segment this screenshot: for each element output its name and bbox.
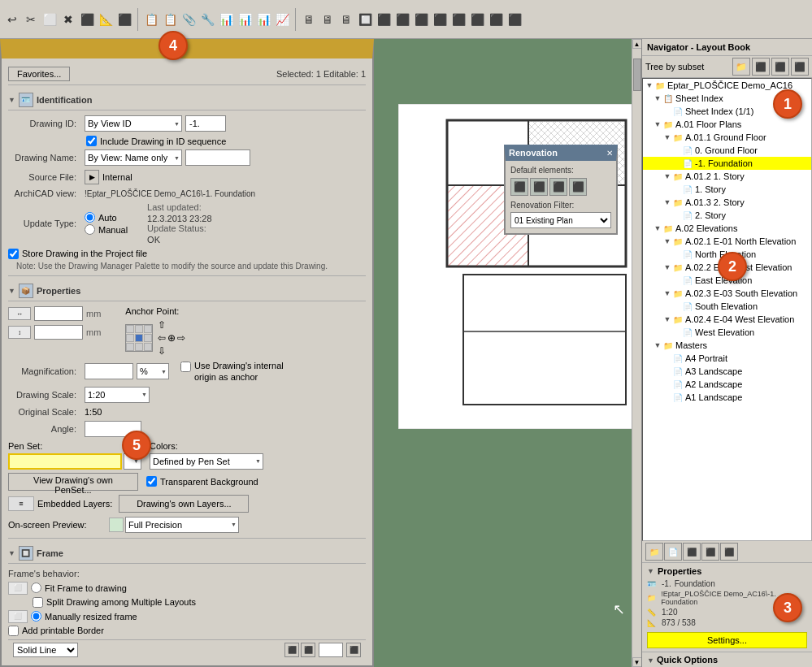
- tree-item-11[interactable]: ▼ 📁 A.02 Elevations: [643, 222, 811, 235]
- toolbar-icon-7[interactable]: ⬛: [115, 11, 133, 28]
- tree-item-5[interactable]: 📄 0. Ground Floor: [643, 144, 811, 157]
- manually-resized-radio[interactable]: [31, 611, 41, 622]
- favorites-button[interactable]: Favorites...: [8, 67, 70, 81]
- tree-item-7[interactable]: ▼ 📁 A.01.2 1. Story: [643, 170, 811, 183]
- tree-item-20[interactable]: ▼ 📁 Masters: [643, 339, 811, 352]
- source-file-button[interactable]: ▶: [85, 170, 99, 184]
- split-drawing-checkbox[interactable]: [33, 597, 43, 608]
- toolbar-icon-8[interactable]: 📋: [142, 11, 160, 28]
- toolbar-icon-3[interactable]: ⬜: [41, 11, 59, 28]
- include-sequence-checkbox[interactable]: [86, 136, 97, 146]
- tree-item-12[interactable]: ▼ 📁 A.02.1 E-01 North Elevation: [643, 235, 811, 248]
- view-pen-set-button[interactable]: View Drawing's own PenSet...: [8, 473, 138, 491]
- transparent-bg-checkbox[interactable]: [146, 476, 157, 487]
- num-input[interactable]: 65: [319, 643, 343, 657]
- nav-btn-2[interactable]: ⬛: [752, 58, 770, 76]
- toolbar-icon-12[interactable]: 📊: [217, 11, 235, 28]
- toolbar-icon-24[interactable]: ⬛: [449, 11, 467, 28]
- tree-item-6[interactable]: 📄 -1. Foundation: [643, 157, 811, 170]
- nav-btn-4[interactable]: ⬛: [791, 58, 809, 76]
- toolbar-icon-16[interactable]: 🖥: [300, 11, 318, 28]
- nav-btn-3[interactable]: ⬛: [771, 58, 789, 76]
- scrollbar-arrow-up[interactable]: ▲: [632, 39, 642, 49]
- panel-help-button[interactable]: ?: [338, 44, 351, 55]
- nav-tb-btn-1[interactable]: 📁: [645, 543, 663, 561]
- anchor-arrow-right[interactable]: ⇨: [177, 332, 185, 344]
- tree-item-16[interactable]: ▼ 📁 A.02.3 E-03 South Elevation: [643, 287, 811, 300]
- drawing-id-select[interactable]: By View ID: [85, 115, 182, 132]
- toolbar-icon-22[interactable]: ⬛: [412, 11, 430, 28]
- tree-item-18[interactable]: ▼ 📁 A.02.4 E-04 West Elevation: [643, 313, 811, 326]
- anchor-tc[interactable]: [135, 325, 143, 333]
- renovation-filter-select[interactable]: 01 Existing Plan: [510, 212, 611, 228]
- anchor-br[interactable]: [144, 343, 152, 351]
- nav-tb-btn-5[interactable]: ⬛: [720, 543, 738, 561]
- embedded-layers-button[interactable]: Drawing's own Layers...: [119, 495, 249, 513]
- renovation-close-icon[interactable]: ✕: [606, 149, 613, 158]
- magnification-input[interactable]: 250,00: [85, 363, 133, 379]
- toolbar-icon-21[interactable]: ⬛: [393, 11, 411, 28]
- anchor-arrow-left[interactable]: ⇦: [158, 332, 166, 344]
- toolbar-icon-23[interactable]: ⬛: [431, 11, 449, 28]
- toolbar-icon-17[interactable]: 🖥: [319, 11, 337, 28]
- nav-tb-btn-2[interactable]: 📄: [664, 543, 682, 561]
- ren-icon-3[interactable]: ⬛: [549, 178, 567, 196]
- tree-item-19[interactable]: 📄 West Elevation: [643, 326, 811, 339]
- toolbar-icon-14[interactable]: 📊: [254, 11, 272, 28]
- height-input[interactable]: 538: [34, 325, 83, 340]
- onscreen-preview-select[interactable]: Full Precision: [125, 517, 239, 533]
- scrollbar-thumb[interactable]: [633, 58, 641, 91]
- toolbar-icon-9[interactable]: 📋: [161, 11, 179, 28]
- toolbar-icon-19[interactable]: 🔲: [356, 11, 374, 28]
- toolbar-icon-25[interactable]: ⬛: [468, 11, 486, 28]
- magnification-unit-select[interactable]: %: [137, 363, 169, 379]
- radio-auto[interactable]: [85, 212, 95, 223]
- tree-item-24[interactable]: 📄 A1 Landscape: [643, 391, 811, 404]
- anchor-bc[interactable]: [135, 343, 143, 351]
- toolbar-icon-2[interactable]: ✂: [22, 11, 40, 28]
- ren-icon-4[interactable]: ⬛: [569, 178, 587, 196]
- tree-item-9[interactable]: ▼ 📁 A.01.3 2. Story: [643, 196, 811, 209]
- anchor-bl[interactable]: [126, 343, 134, 351]
- drawing-name-input[interactable]: Foundation: [185, 149, 250, 166]
- frame-section-header[interactable]: ▼ 🔲 Frame: [8, 544, 366, 564]
- panel-close-button[interactable]: ✕: [354, 44, 367, 55]
- colors-select[interactable]: Defined by Pen Set: [150, 453, 263, 470]
- tree-item-23[interactable]: 📄 A2 Landscape: [643, 378, 811, 391]
- toolbar-icon-11[interactable]: 🔧: [198, 11, 216, 28]
- tree-item-4[interactable]: ▼ 📁 A.01.1 Ground Floor: [643, 131, 811, 144]
- anchor-tl[interactable]: [126, 325, 134, 333]
- bottom-icon-2[interactable]: ⬛: [301, 643, 315, 657]
- nav-tb-btn-3[interactable]: ⬛: [683, 543, 701, 561]
- nav-tb-btn-4[interactable]: ⬛: [701, 543, 719, 561]
- fit-frame-radio[interactable]: [31, 583, 41, 593]
- nav-btn-1[interactable]: 📁: [732, 58, 750, 76]
- anchor-ml[interactable]: [126, 334, 134, 342]
- tree-item-3[interactable]: ▼ 📁 A.01 Floor Plans: [643, 118, 811, 131]
- store-drawing-checkbox[interactable]: [8, 249, 19, 259]
- bottom-icon-3[interactable]: ⬛: [346, 643, 361, 657]
- solid-line-select[interactable]: Solid Line: [13, 643, 78, 657]
- toolbar-icon-15[interactable]: 📈: [273, 11, 291, 28]
- anchor-tr[interactable]: [144, 325, 152, 333]
- toolbar-icon-27[interactable]: ⬛: [506, 11, 523, 28]
- tree-item-22[interactable]: 📄 A3 Landscape: [643, 365, 811, 378]
- pen-set-input[interactable]: 04 Building plans 50: [8, 453, 122, 470]
- tree-item-8[interactable]: 📄 1. Story: [643, 183, 811, 196]
- bottom-icon-1[interactable]: ⬛: [284, 643, 299, 657]
- ren-icon-1[interactable]: ⬛: [510, 178, 528, 196]
- toolbar-icon-20[interactable]: ⬛: [375, 11, 393, 28]
- anchor-arrow-up[interactable]: ⇧: [158, 319, 185, 331]
- anchor-mr[interactable]: [144, 334, 152, 342]
- properties-section-header[interactable]: ▼ 📦 Properties: [8, 281, 366, 301]
- scrollbar-arrow-down[interactable]: ▼: [632, 657, 642, 667]
- toolbar-icon-26[interactable]: ⬛: [487, 11, 505, 28]
- anchor-mc[interactable]: [135, 334, 143, 342]
- nav-settings-button[interactable]: Settings...: [647, 632, 807, 648]
- toolbar-icon-18[interactable]: 🖥: [337, 11, 355, 28]
- add-printable-checkbox[interactable]: [8, 626, 19, 636]
- toolbar-icon-10[interactable]: 📎: [180, 11, 198, 28]
- toolbar-icon-5[interactable]: ⬛: [78, 11, 96, 28]
- tree-item-21[interactable]: 📄 A4 Portrait: [643, 352, 811, 365]
- drawing-id-input[interactable]: [185, 115, 226, 132]
